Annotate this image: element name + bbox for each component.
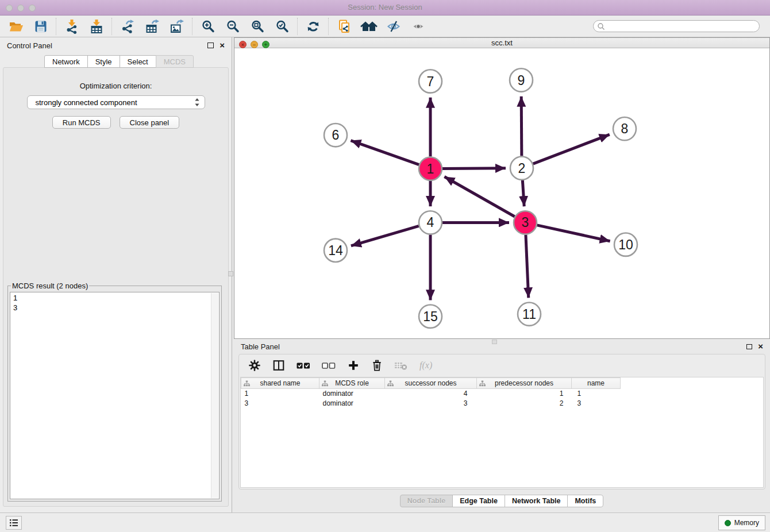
zoom-fit-button[interactable] <box>245 17 270 36</box>
deselect-all-button[interactable] <box>322 361 336 370</box>
table-row[interactable]: 3dominator323 <box>241 399 621 408</box>
hide-panels-button[interactable] <box>381 17 406 36</box>
delete-table-button[interactable] <box>394 360 408 371</box>
graph-edge-2-8[interactable] <box>533 134 610 164</box>
graph-edge-4-14[interactable] <box>351 226 419 246</box>
column-panel-icon <box>272 359 285 372</box>
export-image-button[interactable] <box>164 17 189 36</box>
float-table-panel-icon[interactable] <box>746 344 752 349</box>
settings-gear-button[interactable] <box>248 359 261 372</box>
tab-node-table[interactable]: Node Table <box>400 495 453 507</box>
search-input[interactable] <box>593 20 760 32</box>
tab-edge-table[interactable]: Edge Table <box>452 495 505 507</box>
import-network-button[interactable] <box>59 17 84 36</box>
close-panel-icon[interactable]: × <box>220 43 225 48</box>
table-row[interactable]: 1dominator411 <box>241 389 621 399</box>
app-titlebar: Session: New Session <box>0 0 770 16</box>
tab-network[interactable]: Network <box>44 55 88 68</box>
run-mcds-button[interactable]: Run MCDS <box>52 116 111 129</box>
graph-edge-3-10[interactable] <box>537 225 610 241</box>
float-panel-icon[interactable] <box>207 43 214 48</box>
graph-edge-1-2[interactable] <box>442 168 506 169</box>
close-table-panel-icon[interactable]: × <box>758 344 763 349</box>
column-header-name[interactable]: name <box>572 378 621 389</box>
zoom-in-button[interactable] <box>195 17 220 36</box>
graph-edge-3-1[interactable] <box>444 177 514 217</box>
deselect-all-icon <box>322 361 336 370</box>
select-all-button[interactable] <box>297 361 310 370</box>
show-log-button[interactable] <box>6 516 22 530</box>
graph-edge-2-9[interactable] <box>521 97 522 156</box>
split-divider-grip[interactable] <box>228 271 233 276</box>
zoom-out-button[interactable] <box>220 17 245 36</box>
control-panel: Control Panel × NetworkStyleSelectMCDS O… <box>0 37 232 512</box>
maximize-window-icon[interactable] <box>29 5 36 11</box>
column-header-shared-name[interactable]: shared name <box>241 378 319 389</box>
right-area: × − + scc.txt 7968124314101511 Table Pan… <box>232 37 770 512</box>
add-row-button[interactable] <box>347 359 360 372</box>
delete-table-icon <box>394 360 408 371</box>
refresh-view-button[interactable] <box>301 17 325 36</box>
column-header-successor-nodes[interactable]: successor nodes <box>385 378 477 389</box>
clone-network-view-button[interactable] <box>332 17 356 36</box>
zoom-selected-button[interactable] <box>270 17 294 36</box>
tab-network-table[interactable]: Network Table <box>505 495 568 507</box>
table-cell[interactable]: 1 <box>241 389 319 399</box>
optimization-criterion-select[interactable]: strongly connected component <box>27 95 205 109</box>
minimize-window-icon[interactable] <box>17 5 24 11</box>
network-window-titlebar: × − + scc.txt <box>234 38 769 48</box>
close-panel-button[interactable]: Close panel <box>120 116 180 129</box>
apply-layout-home-button[interactable] <box>356 17 381 36</box>
delete-row-button[interactable] <box>371 359 383 372</box>
memory-button[interactable]: Memory <box>718 515 765 530</box>
main-area: Control Panel × NetworkStyleSelectMCDS O… <box>0 37 770 512</box>
graph-node-label-4: 4 <box>427 215 434 230</box>
graph-edge-3-11[interactable] <box>526 235 529 298</box>
node-table-body: 1dominator4113dominator323 <box>241 389 621 408</box>
tab-motifs[interactable]: Motifs <box>567 495 603 507</box>
table-cell[interactable]: 3 <box>241 399 319 408</box>
horizontal-divider-grip[interactable] <box>492 340 497 344</box>
graph-edge-2-3[interactable] <box>522 180 524 206</box>
graph-edge-1-6[interactable] <box>351 141 419 165</box>
export-network-icon <box>120 19 135 34</box>
close-view-icon[interactable]: × <box>239 41 247 48</box>
tab-style[interactable]: Style <box>87 55 120 68</box>
mcds-result-box[interactable]: 13 <box>10 292 220 499</box>
window-controls-inactive[interactable] <box>6 5 36 11</box>
table-cell[interactable]: 2 <box>477 399 572 408</box>
toggle-column-panel-button[interactable] <box>272 359 285 372</box>
maximize-view-icon[interactable]: + <box>262 41 270 48</box>
network-canvas[interactable]: 7968124314101511 <box>234 48 769 338</box>
result-scrollbar[interactable] <box>211 293 218 498</box>
close-window-icon[interactable] <box>6 5 13 11</box>
table-cell[interactable]: 1 <box>477 389 572 399</box>
column-type-icon <box>244 380 250 387</box>
open-session-button[interactable] <box>3 17 28 36</box>
control-panel-tabs: NetworkStyleSelectMCDS <box>45 55 194 68</box>
show-panels-button[interactable] <box>406 17 430 36</box>
column-header-MCDS-role[interactable]: MCDS role <box>319 378 385 389</box>
export-image-icon <box>170 19 184 34</box>
tab-mcds[interactable]: MCDS <box>156 55 194 68</box>
zoom-out-icon <box>226 20 240 33</box>
control-panel-title: Control Panel <box>7 41 52 50</box>
export-table-button[interactable] <box>140 17 164 36</box>
import-table-button[interactable] <box>84 17 109 36</box>
table-cell[interactable]: 1 <box>572 389 621 399</box>
toolbar-separator <box>297 18 298 35</box>
tab-select[interactable]: Select <box>120 55 156 68</box>
table-cell[interactable]: 4 <box>385 389 477 399</box>
open-folder-icon <box>9 20 24 33</box>
table-cell[interactable]: 3 <box>385 399 477 408</box>
save-session-button[interactable] <box>28 17 53 36</box>
table-cell[interactable]: dominator <box>319 389 385 399</box>
eye-icon <box>411 20 426 33</box>
minimize-view-icon[interactable]: − <box>251 41 258 48</box>
table-cell[interactable]: 3 <box>572 399 621 408</box>
export-network-button[interactable] <box>115 17 140 36</box>
function-builder-button[interactable]: f(x) <box>419 360 432 371</box>
table-cell[interactable]: dominator <box>319 399 385 408</box>
network-window-controls[interactable]: × − + <box>239 41 270 48</box>
column-header-predecessor-nodes[interactable]: predecessor nodes <box>477 378 572 389</box>
